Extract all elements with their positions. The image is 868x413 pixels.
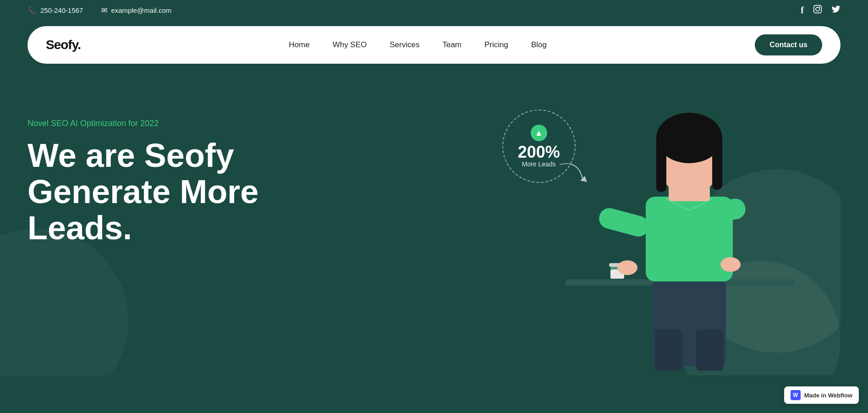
svg-point-2 [819,6,820,8]
logo[interactable]: Seofy. [46,38,81,52]
nav-link-services[interactable]: Services [390,40,419,49]
hero-title-line2: Generate More [27,173,258,210]
nav-links: Home Why SEO Services Team Pricing Blog [289,40,547,50]
nav-item-pricing[interactable]: Pricing [484,40,508,50]
svg-rect-12 [655,330,682,371]
svg-point-1 [816,7,819,11]
phone-item: 📞 250-240-1567 [27,6,83,15]
top-bar-left: 📞 250-240-1567 ✉ example@mail.com [27,6,171,15]
stats-badge: ▲ 200% More Leads [502,110,576,183]
nav-wrapper: Seofy. Home Why SEO Services Team Pricin… [0,21,868,73]
phone-icon: 📞 [27,6,37,15]
email-item: ✉ example@mail.com [101,6,171,15]
nav-item-blog[interactable]: Blog [531,40,547,50]
webflow-badge[interactable]: W Made in Webflow [784,386,859,404]
svg-point-18 [720,257,741,272]
hero-subtitle: Novel SEO AI Optimization for 2022 [27,119,475,128]
hero-title-line3: Leads. [27,209,132,246]
nav-link-why-seo[interactable]: Why SEO [333,40,367,49]
facebook-icon[interactable]: f [801,5,804,16]
arrow-up-icon: ▲ [531,125,547,141]
hero-right: ▲ 200% More Leads [475,100,841,375]
webflow-label: Made in Webflow [804,392,852,399]
phone-number: 250-240-1567 [40,6,83,14]
twitter-icon[interactable] [831,5,841,16]
nav-item-home[interactable]: Home [289,40,309,50]
top-bar: 📞 250-240-1567 ✉ example@mail.com f [0,0,868,21]
badge-label: More Leads [522,160,556,168]
badge-percent: 200% [518,144,560,160]
nav-item-why-seo[interactable]: Why SEO [333,40,367,50]
email-icon: ✉ [101,6,107,15]
nav-link-pricing[interactable]: Pricing [484,40,508,49]
nav-bar: Seofy. Home Why SEO Services Team Pricin… [27,26,841,64]
nav-link-team[interactable]: Team [442,40,461,49]
hero-title-line1: We are Seofy [27,137,234,174]
svg-rect-0 [814,6,822,13]
svg-rect-23 [712,137,722,190]
nav-item-services[interactable]: Services [390,40,419,50]
email-address: example@mail.com [111,6,171,14]
svg-rect-13 [696,330,724,371]
social-links: f [801,5,841,16]
nav-link-blog[interactable]: Blog [531,40,547,49]
nav-link-home[interactable]: Home [289,40,309,49]
instagram-icon[interactable] [813,5,822,16]
svg-point-16 [617,260,637,275]
badge-circle: ▲ 200% More Leads [502,110,576,183]
contact-button[interactable]: Contact us [755,34,822,55]
hero-section: Novel SEO AI Optimization for 2022 We ar… [0,73,868,375]
svg-rect-15 [597,206,651,239]
nav-item-team[interactable]: Team [442,40,461,50]
webflow-icon: W [791,390,801,400]
hero-left: Novel SEO AI Optimization for 2022 We ar… [27,100,475,247]
hero-title: We are Seofy Generate More Leads. [27,138,475,247]
svg-rect-22 [656,137,666,192]
